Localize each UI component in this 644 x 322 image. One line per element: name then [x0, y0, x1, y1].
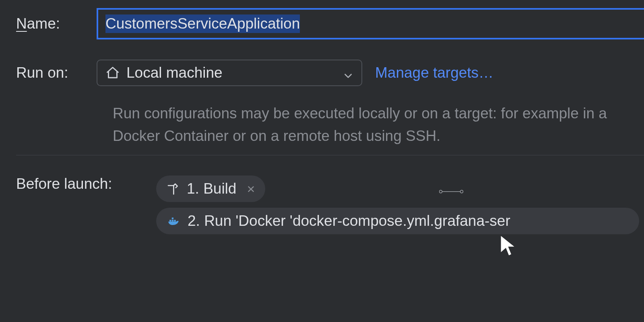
before-launch-tasks: 1. Build × 2. Run	[156, 175, 644, 240]
run-on-label: Run on:	[16, 64, 97, 81]
before-launch-task-docker[interactable]: 2. Run 'Docker 'docker-compose.yml.grafa…	[156, 208, 639, 234]
name-label: Name:	[16, 15, 97, 32]
task-label: 2. Run 'Docker 'docker-compose.yml.grafa…	[188, 213, 510, 229]
name-input-value: CustomersServiceApplication	[105, 14, 300, 33]
docker-icon	[167, 214, 180, 228]
close-icon[interactable]: ×	[247, 181, 255, 197]
before-launch-label: Before launch:	[16, 175, 156, 192]
home-icon	[105, 66, 120, 80]
svg-rect-4	[172, 220, 173, 221]
run-on-selected-value: Local machine	[126, 64, 343, 81]
expand-handle-icon[interactable]	[439, 189, 463, 194]
run-on-row: Run on: Local machine Manage targets…	[16, 60, 644, 86]
task-label: 1. Build	[187, 180, 236, 197]
chevron-down-icon	[343, 68, 353, 78]
run-on-help-text: Run configurations may be executed local…	[113, 102, 644, 147]
manage-targets-link[interactable]: Manage targets…	[375, 64, 493, 81]
svg-rect-3	[169, 220, 171, 221]
svg-point-2	[460, 190, 463, 193]
hammer-icon	[167, 182, 180, 195]
svg-rect-5	[174, 220, 175, 221]
svg-rect-6	[172, 218, 173, 219]
before-launch-section: Before launch: 1. Build ×	[16, 175, 644, 240]
svg-point-0	[440, 190, 442, 193]
run-on-select[interactable]: Local machine	[97, 60, 362, 86]
name-row: Name: CustomersServiceApplication	[16, 8, 644, 39]
before-launch-task-build[interactable]: 1. Build ×	[156, 175, 265, 202]
name-input[interactable]: CustomersServiceApplication	[97, 8, 644, 39]
divider	[16, 155, 644, 155]
